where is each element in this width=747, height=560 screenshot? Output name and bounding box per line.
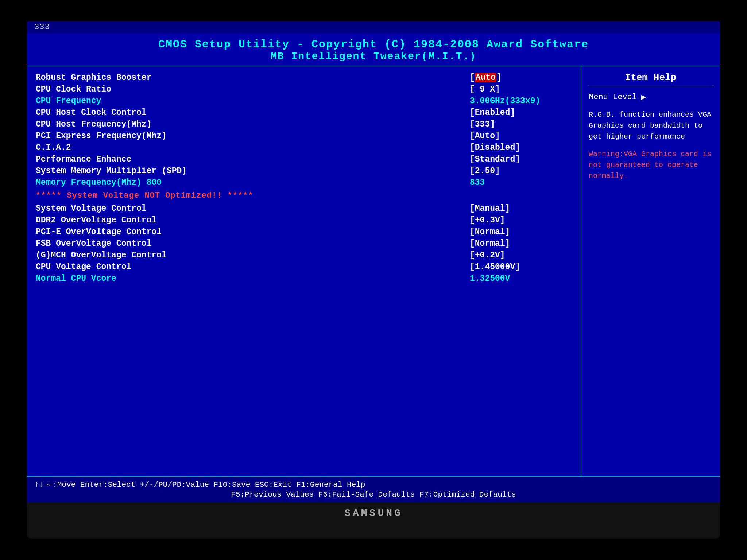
bios-value-6: [Disabled] — [470, 143, 572, 152]
top-bar-text: 333 — [34, 23, 50, 32]
voltage-row-1: DDR2 OverVoltage Control[+0.3V] — [36, 215, 572, 225]
bios-row-3: CPU Host Clock Control[Enabled] — [36, 108, 572, 117]
help-text: R.G.B. function enhances VGA Graphics ca… — [589, 109, 713, 142]
bios-label-4: CPU Host Frequency(Mhz) — [36, 120, 470, 129]
voltage-row-3: FSB OverVoltage Control[Normal] — [36, 239, 572, 248]
bottom-bar: ↑↓→←:Move Enter:Select +/-/PU/PD:Value F… — [27, 476, 720, 502]
voltage-row-6: Normal CPU Vcore1.32500V — [36, 274, 572, 283]
bios-row-2: CPU Frequency3.00GHz(333x9) — [36, 96, 572, 106]
bios-label-0: Robust Graphics Booster — [36, 73, 470, 82]
bios-value-4: [333] — [470, 120, 572, 129]
header-subtitle: MB Intelligent Tweaker(M.I.T.) — [27, 51, 720, 62]
voltage-value-2: [Normal] — [470, 227, 572, 237]
bios-row-6: C.I.A.2[Disabled] — [36, 143, 572, 152]
voltage-label-2: PCI-E OverVoltage Control — [36, 227, 470, 237]
header-title: CMOS Setup Utility - Copyright (C) 1984-… — [27, 38, 720, 51]
bios-label-6: C.I.A.2 — [36, 143, 470, 152]
samsung-label: SAMSUNG — [344, 508, 403, 519]
voltage-value-1: [+0.3V] — [470, 215, 572, 225]
bios-row-7: Performance Enhance[Standard] — [36, 155, 572, 164]
voltage-label-1: DDR2 OverVoltage Control — [36, 215, 470, 225]
main-content: Robust Graphics Booster[Auto]CPU Clock R… — [27, 66, 720, 476]
voltage-label-4: (G)MCH OverVoltage Control — [36, 250, 470, 260]
menu-level-arrow: ▶ — [641, 92, 646, 102]
bios-value-2: 3.00GHz(333x9) — [470, 96, 572, 106]
voltage-value-4: [+0.2V] — [470, 250, 572, 260]
voltage-label-0: System Voltage Control — [36, 204, 470, 213]
bottom-row1: ↑↓→←:Move Enter:Select +/-/PU/PD:Value F… — [34, 481, 713, 489]
bios-row-1: CPU Clock Ratio[ 9 X] — [36, 85, 572, 94]
bottom-row2: F5:Previous Values F6:Fail-Safe Defaults… — [34, 490, 713, 499]
voltage-row-2: PCI-E OverVoltage Control[Normal] — [36, 227, 572, 237]
voltage-row-5: CPU Voltage Control[1.45000V] — [36, 262, 572, 272]
bios-label-1: CPU Clock Ratio — [36, 85, 470, 94]
bottom-row2-text: F5:Previous Values F6:Fail-Safe Defaults… — [231, 490, 516, 499]
voltage-value-0: [Manual] — [470, 204, 572, 213]
menu-level-label: Menu Level — [589, 93, 637, 102]
bios-row-4: CPU Host Frequency(Mhz)[333] — [36, 120, 572, 129]
voltage-value-5: [1.45000V] — [470, 262, 572, 272]
top-bar: 333 — [27, 21, 720, 33]
bios-screen: 333 CMOS Setup Utility - Copyright (C) 1… — [27, 21, 720, 502]
left-panel: Robust Graphics Booster[Auto]CPU Clock R… — [27, 66, 581, 476]
bios-row-5: PCI Express Frequency(Mhz)[Auto] — [36, 131, 572, 141]
bios-label-2: CPU Frequency — [36, 96, 470, 106]
bottom-row1-text: ↑↓→←:Move Enter:Select +/-/PU/PD:Value F… — [34, 481, 365, 489]
monitor-frame: 333 CMOS Setup Utility - Copyright (C) 1… — [27, 21, 720, 539]
bios-label-5: PCI Express Frequency(Mhz) — [36, 131, 470, 141]
bios-row-0: Robust Graphics Booster[Auto] — [36, 73, 572, 82]
right-panel: Item Help Menu Level ▶ R.G.B. function e… — [581, 66, 720, 476]
bios-value-5: [Auto] — [470, 131, 572, 141]
bios-value-9: 833 — [470, 178, 572, 187]
bios-value-0: [Auto] — [470, 73, 572, 82]
voltage-label-5: CPU Voltage Control — [36, 262, 470, 272]
voltage-row-0: System Voltage Control[Manual] — [36, 204, 572, 213]
bios-value-8: [2.50] — [470, 166, 572, 176]
bios-value-1: [ 9 X] — [470, 85, 572, 94]
bios-label-7: Performance Enhance — [36, 155, 470, 164]
voltage-row-4: (G)MCH OverVoltage Control[+0.2V] — [36, 250, 572, 260]
voltage-label-6: Normal CPU Vcore — [36, 274, 470, 283]
bios-row-9: Memory Frequency(Mhz) 800833 — [36, 178, 572, 187]
item-help-title: Item Help — [589, 72, 713, 86]
voltage-rows: System Voltage Control[Manual]DDR2 OverV… — [36, 204, 572, 283]
bios-value-3: [Enabled] — [470, 108, 572, 117]
bios-label-8: System Memory Multiplier (SPD) — [36, 166, 470, 176]
header: CMOS Setup Utility - Copyright (C) 1984-… — [27, 33, 720, 66]
bios-label-9: Memory Frequency(Mhz) 800 — [36, 178, 470, 187]
bios-row-8: System Memory Multiplier (SPD)[2.50] — [36, 166, 572, 176]
bios-label-3: CPU Host Clock Control — [36, 108, 470, 117]
voltage-warning: ***** System Voltage NOT Optimized!! ***… — [36, 191, 572, 200]
warning-text: Warning:VGA Graphics card is not guarant… — [589, 149, 713, 182]
voltage-label-3: FSB OverVoltage Control — [36, 239, 470, 248]
menu-level-row: Menu Level ▶ — [589, 92, 713, 102]
main-rows: Robust Graphics Booster[Auto]CPU Clock R… — [36, 73, 572, 187]
voltage-value-6: 1.32500V — [470, 274, 572, 283]
bios-value-7: [Standard] — [470, 155, 572, 164]
voltage-value-3: [Normal] — [470, 239, 572, 248]
